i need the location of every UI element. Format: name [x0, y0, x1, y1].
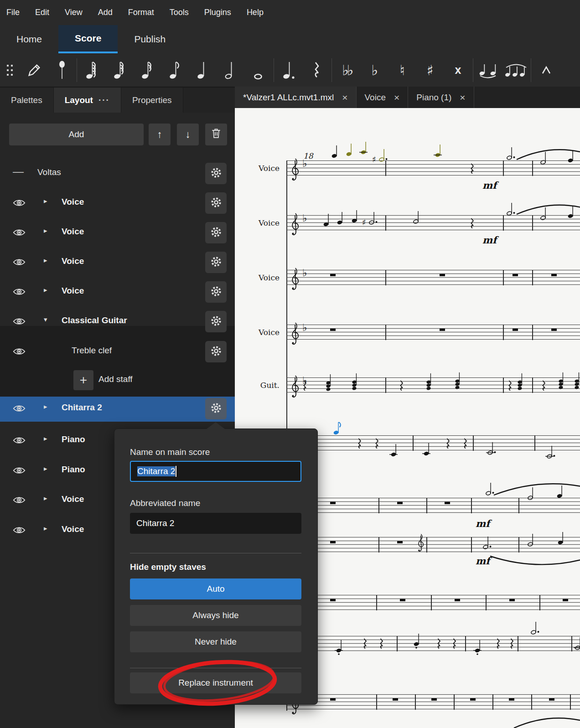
chevron-right-icon[interactable]: ▸	[44, 494, 47, 502]
whole-rest-glyph[interactable]	[330, 541, 336, 543]
whole-rest-glyph[interactable]	[513, 329, 518, 331]
double-sharp-icon[interactable]: x	[444, 56, 472, 84]
hide-always-button[interactable]: Always hide	[130, 605, 301, 626]
whole-rest-glyph[interactable]	[330, 274, 336, 276]
quarter-rest-glyph[interactable]	[541, 380, 547, 393]
note-glyph[interactable]	[368, 210, 378, 236]
double-flat-icon[interactable]: ♭♭	[333, 56, 361, 84]
chevron-right-icon[interactable]: ▸	[44, 286, 47, 294]
menu-item-plugins[interactable]: Plugins	[204, 8, 231, 17]
chevron-right-icon[interactable]: ▸	[44, 524, 47, 532]
visibility-eye-icon[interactable]	[13, 285, 26, 298]
quarter-rest-glyph[interactable]	[436, 638, 442, 651]
add-staff-button[interactable]: +	[73, 370, 93, 390]
hide-never-button[interactable]: Never hide	[130, 631, 301, 652]
sharp-icon[interactable]: ♯	[416, 56, 444, 84]
chord-glyph[interactable]	[426, 373, 433, 394]
staff-system[interactable]	[286, 325, 580, 340]
move-up-button[interactable]: ↑	[149, 124, 171, 145]
close-icon[interactable]: ×	[394, 92, 399, 103]
visibility-eye-icon[interactable]	[13, 315, 26, 328]
note-glyph[interactable]	[413, 631, 423, 658]
whole-rest-glyph[interactable]	[330, 329, 336, 331]
note-glyph[interactable]	[506, 145, 516, 171]
chevron-right-icon[interactable]: ▸	[44, 256, 47, 264]
note-glyph[interactable]	[487, 440, 497, 466]
panel-menu-icon[interactable]: ···	[98, 95, 110, 105]
note-glyph[interactable]	[331, 143, 341, 170]
instrument-row-voice[interactable]: ▸Voice	[0, 280, 235, 304]
quarter-rest-glyph[interactable]	[508, 380, 513, 393]
staff-system[interactable]	[286, 270, 580, 285]
whole-rest-glyph[interactable]	[440, 274, 445, 276]
quarter-rest-glyph[interactable]	[362, 638, 368, 651]
note-glyph[interactable]	[435, 142, 445, 169]
instrument-row-chitarra-2[interactable]: ▸Chitarra 2	[0, 397, 235, 422]
marcato-icon[interactable]	[532, 56, 560, 84]
move-down-button[interactable]: ↓	[177, 124, 199, 145]
note-glyph[interactable]	[506, 201, 516, 227]
quarter-rest-glyph[interactable]	[357, 438, 362, 451]
staff-system[interactable]	[286, 694, 580, 709]
delete-instrument-button[interactable]	[205, 124, 227, 145]
visibility-eye-icon[interactable]	[13, 464, 26, 477]
visibility-eye-icon[interactable]	[13, 226, 26, 239]
quarter-rest-glyph[interactable]	[399, 380, 404, 393]
note-glyph[interactable]	[333, 420, 343, 446]
note-glyph[interactable]	[527, 485, 537, 511]
staff-settings-gear-button[interactable]	[205, 398, 227, 419]
chevron-right-icon[interactable]: ▸	[44, 403, 47, 411]
primary-tab-home[interactable]: Home	[0, 25, 58, 53]
note-glyph[interactable]	[557, 530, 567, 556]
quarter-rest-glyph[interactable]	[379, 638, 384, 651]
note-32nd-icon[interactable]	[106, 56, 134, 84]
visibility-eye-icon[interactable]	[13, 196, 26, 209]
whole-rest-glyph[interactable]	[330, 698, 336, 701]
instrument-row-voice[interactable]: ▸Voice	[0, 250, 235, 274]
staff-settings-gear-button[interactable]	[205, 192, 227, 214]
tuplet-icon[interactable]	[502, 56, 530, 84]
note-glyph[interactable]	[351, 208, 361, 234]
quarter-rest-glyph[interactable]	[496, 638, 501, 651]
drag-handle-icon[interactable]	[0, 56, 20, 84]
chord-glyph[interactable]	[455, 372, 462, 393]
whole-rest-glyph[interactable]	[397, 541, 403, 543]
chord-glyph[interactable]	[352, 373, 359, 394]
note-glyph[interactable]	[540, 150, 550, 176]
whole-rest-glyph[interactable]	[393, 698, 398, 701]
name-on-main-score-input[interactable]: Chitarra 2	[130, 461, 301, 482]
close-icon[interactable]: ×	[460, 92, 465, 103]
note-glyph[interactable]	[360, 139, 370, 166]
note-eighth-icon[interactable]	[161, 56, 189, 84]
panel-tab-layout[interactable]: Layout···	[54, 88, 121, 113]
whole-rest-glyph[interactable]	[397, 502, 403, 504]
tie-icon[interactable]	[474, 56, 502, 84]
note-glyph[interactable]	[336, 638, 346, 664]
note-cursor-icon[interactable]	[48, 56, 76, 84]
whole-rest-glyph[interactable]	[551, 274, 557, 276]
staff-system[interactable]	[286, 435, 580, 450]
whole-rest-glyph[interactable]	[440, 329, 445, 331]
add-staff-row[interactable]: + Add staff	[0, 368, 235, 392]
staff-settings-gear-button[interactable]	[205, 252, 227, 273]
menu-item-view[interactable]: View	[65, 8, 83, 17]
note-glyph[interactable]	[423, 441, 433, 467]
note-half-icon[interactable]	[217, 56, 245, 84]
whole-rest-glyph[interactable]	[470, 698, 476, 701]
instrument-row-classical-guitar[interactable]: ▾Classical Guitar	[0, 310, 235, 333]
abbreviated-name-input[interactable]: Chitarra 2	[130, 513, 301, 534]
visibility-eye-icon[interactable]	[13, 494, 26, 506]
quarter-rest-glyph[interactable]	[463, 438, 468, 451]
note-glyph[interactable]	[540, 205, 550, 232]
instrument-row-voice[interactable]: ▸Voice	[0, 191, 235, 215]
note-glyph[interactable]	[346, 141, 356, 168]
menu-item-help[interactable]: Help	[247, 8, 264, 17]
chevron-right-icon[interactable]: ▸	[44, 465, 47, 473]
note-glyph[interactable]	[378, 147, 388, 173]
visibility-eye-icon[interactable]	[13, 256, 26, 268]
menu-item-edit[interactable]: Edit	[35, 8, 49, 17]
whole-rest-glyph[interactable]	[551, 329, 557, 331]
note-64th-icon[interactable]	[78, 56, 106, 84]
quarter-rest-glyph[interactable]	[509, 638, 515, 651]
staff-settings-gear-button[interactable]	[205, 311, 227, 332]
